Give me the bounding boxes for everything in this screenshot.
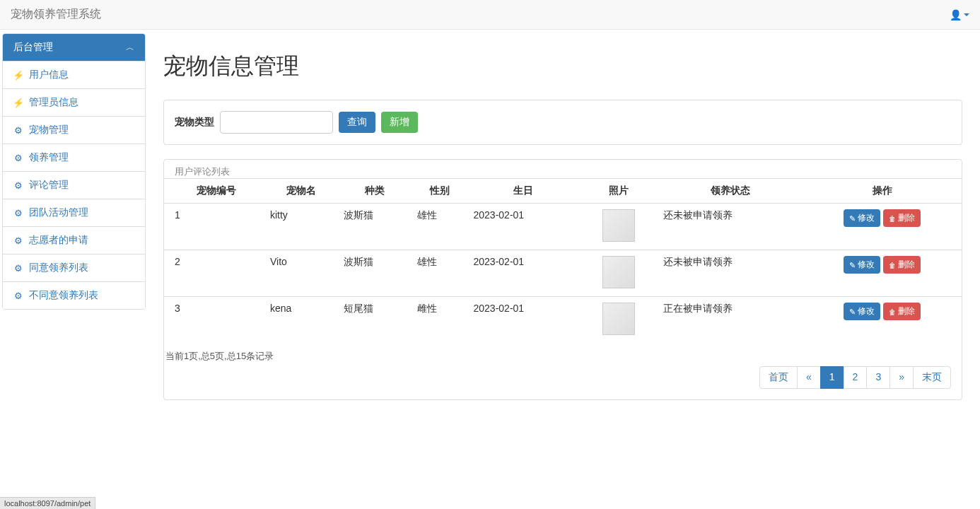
user-menu-toggle[interactable]: 👤 xyxy=(950,9,969,21)
pet-photo xyxy=(602,256,635,288)
sidebar-item-8[interactable]: ⚙不同意领养列表 xyxy=(3,281,145,309)
page-3[interactable]: 3 xyxy=(866,366,890,389)
edit-button[interactable]: 修改 xyxy=(844,303,880,320)
sidebar-item-6[interactable]: ⚙志愿者的申请 xyxy=(3,226,145,254)
sidebar-icon: ⚡ xyxy=(13,98,23,108)
edit-button[interactable]: 修改 xyxy=(844,256,880,274)
page-prev[interactable]: « xyxy=(797,366,821,389)
edit-button[interactable]: 修改 xyxy=(844,209,880,227)
pet-type-input[interactable] xyxy=(220,111,333,134)
table-cell: kena xyxy=(264,297,338,344)
main-content: 宠物信息管理 宠物类型 查询 新增 用户评论列表 宠物编号宠物名种类性别生日照片… xyxy=(146,33,980,407)
table-cell: 2023-02-01 xyxy=(468,297,579,344)
pet-photo xyxy=(602,209,635,242)
sidebar-item-1[interactable]: ⚡管理员信息 xyxy=(3,88,145,116)
pencil-icon xyxy=(849,213,856,223)
trash-icon xyxy=(889,213,896,223)
trash-icon xyxy=(889,260,896,270)
page-title: 宠物信息管理 xyxy=(163,51,962,82)
table-cell: 波斯猫 xyxy=(338,204,412,250)
sidebar-item-label: 用户信息 xyxy=(29,69,69,81)
sidebar-heading[interactable]: 后台管理 ︿ xyxy=(3,34,145,61)
delete-button[interactable]: 删除 xyxy=(883,256,921,274)
sidebar-item-label: 同意领养列表 xyxy=(29,262,88,274)
sidebar-heading-label: 后台管理 xyxy=(13,41,53,54)
sidebar-icon: ⚙ xyxy=(13,125,23,136)
table-cell: 1 xyxy=(164,204,264,250)
table-header: 操作 xyxy=(803,179,962,204)
actions-cell: 修改删除 xyxy=(803,297,962,344)
page-2[interactable]: 2 xyxy=(844,366,868,389)
actions-cell: 修改删除 xyxy=(803,204,962,250)
table-row: 1kitty波斯猫雄性2023-02-01还未被申请领养修改删除 xyxy=(164,204,962,250)
delete-button[interactable]: 删除 xyxy=(883,303,921,320)
sidebar-icon: ⚡ xyxy=(13,70,23,81)
table-cell: 雄性 xyxy=(412,250,467,297)
table-header: 性别 xyxy=(412,179,467,204)
table-cell: 2 xyxy=(164,250,264,297)
table-cell: 3 xyxy=(164,297,264,344)
pagination-info: 当前1页,总5页,总15条记录 xyxy=(164,343,962,366)
navbar: 宠物领养管理系统 👤 xyxy=(0,0,980,30)
status-cell: 还未被申请领养 xyxy=(658,204,803,250)
sidebar-item-2[interactable]: ⚙宠物管理 xyxy=(3,116,145,144)
page-first[interactable]: 首页 xyxy=(759,366,798,389)
query-button[interactable]: 查询 xyxy=(339,112,375,133)
page-1[interactable]: 1 xyxy=(820,366,844,389)
status-cell: 正在被申请领养 xyxy=(658,297,803,344)
table-header: 照片 xyxy=(579,179,658,204)
sidebar-item-3[interactable]: ⚙领养管理 xyxy=(3,144,145,171)
table-header: 生日 xyxy=(468,179,579,204)
table-header: 领养状态 xyxy=(658,179,803,204)
photo-cell xyxy=(579,204,658,250)
user-icon: 👤 xyxy=(950,9,962,21)
table-cell: 波斯猫 xyxy=(338,250,412,297)
table-header: 宠物名 xyxy=(264,179,338,204)
table-cell: 短尾猫 xyxy=(338,297,412,344)
search-label: 宠物类型 xyxy=(175,116,214,129)
delete-button[interactable]: 删除 xyxy=(883,209,921,227)
sidebar-item-label: 志愿者的申请 xyxy=(29,234,88,247)
sidebar-icon: ⚙ xyxy=(13,291,23,301)
sidebar-icon: ⚙ xyxy=(13,180,23,191)
chevron-up-icon: ︿ xyxy=(126,42,134,54)
add-button[interactable]: 新增 xyxy=(381,112,418,133)
sidebar-icon: ⚙ xyxy=(13,208,23,218)
sidebar-icon: ⚙ xyxy=(13,235,23,246)
sidebar-item-5[interactable]: ⚙团队活动管理 xyxy=(3,199,145,226)
sidebar-item-label: 团队活动管理 xyxy=(29,206,88,219)
table-header: 宠物编号 xyxy=(164,179,264,204)
page-next[interactable]: » xyxy=(889,366,914,389)
table-header: 种类 xyxy=(338,179,412,204)
table-cell: Vito xyxy=(264,250,338,297)
table-cell: 雌性 xyxy=(412,297,467,344)
pet-table: 宠物编号宠物名种类性别生日照片领养状态操作 1kitty波斯猫雄性2023-02… xyxy=(164,178,962,343)
sidebar-item-label: 宠物管理 xyxy=(29,124,69,136)
photo-cell xyxy=(579,250,658,297)
sidebar-item-7[interactable]: ⚙同意领养列表 xyxy=(3,254,145,281)
page-last[interactable]: 末页 xyxy=(913,366,951,389)
sidebar-item-label: 管理员信息 xyxy=(29,96,78,109)
sidebar-icon: ⚙ xyxy=(13,263,23,274)
pagination: 首页«123»末页 xyxy=(164,366,962,399)
table-legend: 用户评论列表 xyxy=(164,160,962,178)
pencil-icon xyxy=(849,307,856,317)
photo-cell xyxy=(579,297,658,344)
trash-icon xyxy=(889,307,896,317)
table-cell: 雄性 xyxy=(412,204,467,250)
sidebar-item-label: 评论管理 xyxy=(29,179,69,192)
sidebar-item-label: 领养管理 xyxy=(29,151,69,164)
status-cell: 还未被申请领养 xyxy=(658,250,803,297)
table-panel: 用户评论列表 宠物编号宠物名种类性别生日照片领养状态操作 1kitty波斯猫雄性… xyxy=(163,159,962,400)
search-panel: 宠物类型 查询 新增 xyxy=(163,100,962,145)
caret-down-icon xyxy=(964,13,969,16)
sidebar-item-4[interactable]: ⚙评论管理 xyxy=(3,171,145,199)
sidebar-item-label: 不同意领养列表 xyxy=(29,289,98,302)
sidebar-icon: ⚙ xyxy=(13,153,23,163)
sidebar: 后台管理 ︿ ⚡用户信息⚡管理员信息⚙宠物管理⚙领养管理⚙评论管理⚙团队活动管理… xyxy=(2,33,146,407)
navbar-brand[interactable]: 宠物领养管理系统 xyxy=(11,7,101,22)
actions-cell: 修改删除 xyxy=(803,250,962,297)
table-cell: 2023-02-01 xyxy=(468,204,579,250)
table-row: 3kena短尾猫雌性2023-02-01正在被申请领养修改删除 xyxy=(164,297,962,344)
sidebar-item-0[interactable]: ⚡用户信息 xyxy=(3,61,145,88)
